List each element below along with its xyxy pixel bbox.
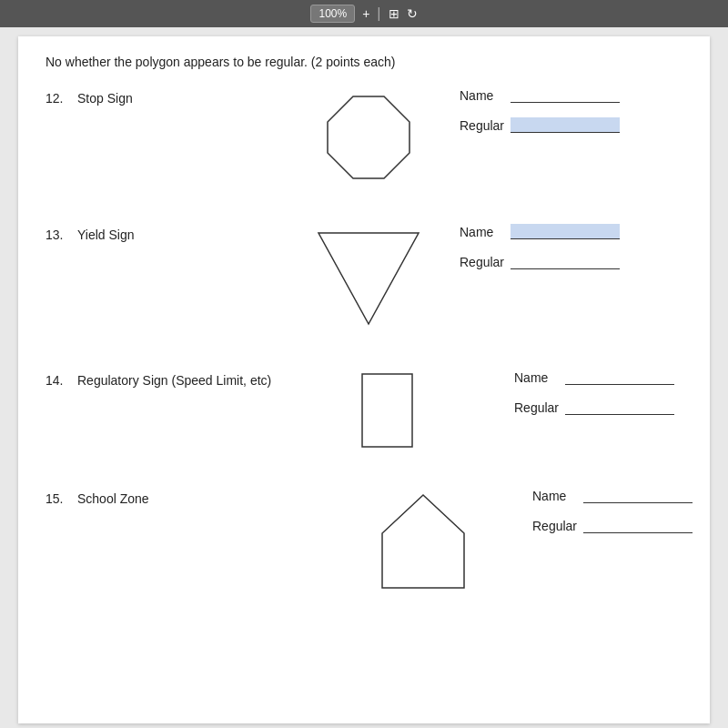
problem-15-number: 15. (46, 488, 77, 506)
svg-marker-0 (328, 96, 410, 178)
top-bar: 100% + | ⊞ ↻ (0, 0, 728, 27)
problem-12-name-label: Name (460, 88, 505, 103)
problem-12-answers: Name Regular (441, 87, 620, 133)
problem-14-label: Regulatory Sign (Speed Limit, etc) (77, 369, 296, 388)
problem-13-regular-label: Regular (460, 255, 505, 269)
problem-15: 15. School Zone Name Regular (46, 488, 682, 597)
screen-icon: ⊞ (389, 6, 399, 21)
problem-14-number: 14. (46, 369, 77, 388)
problem-13-shape (296, 224, 441, 333)
problem-15-name-input[interactable] (583, 488, 693, 503)
problem-12-regular-row: Regular (460, 117, 620, 133)
problem-15-name-label: Name (532, 489, 578, 503)
problem-12-name-input[interactable] (511, 87, 620, 103)
problem-12-label: Stop Sign (77, 87, 296, 106)
problem-13-label: Yield Sign (77, 224, 296, 242)
problem-13-answers: Name Regular (441, 224, 620, 269)
plus-icon: + (362, 6, 369, 21)
problem-13-number: 13. (46, 224, 77, 242)
problem-14-name-label: Name (514, 370, 560, 385)
problem-15-regular-row: Regular (532, 518, 693, 533)
problem-12: 12. Stop Sign Name Regular (46, 87, 682, 187)
problem-14-regular-row: Regular (514, 399, 674, 415)
problem-13-regular-row: Regular (460, 254, 620, 269)
problem-13-regular-input[interactable] (511, 254, 620, 269)
problem-14: 14. Regulatory Sign (Speed Limit, etc) N… (46, 369, 682, 451)
problem-15-answers: Name Regular (496, 488, 693, 533)
instructions-text: No whether the polygon appears to be reg… (46, 55, 682, 69)
problem-12-regular-label: Regular (460, 118, 505, 133)
svg-marker-3 (382, 495, 464, 588)
problem-12-regular-input[interactable] (511, 117, 620, 133)
problem-12-number: 12. (46, 87, 77, 106)
problem-13-name-row: Name (460, 224, 620, 239)
divider: | (377, 5, 380, 22)
svg-rect-2 (362, 374, 412, 447)
problem-14-shape (314, 369, 460, 451)
problem-13-name-input[interactable] (511, 224, 620, 239)
problem-14-regular-input[interactable] (565, 399, 674, 415)
problem-12-name-row: Name (460, 87, 620, 103)
worksheet: No whether the polygon appears to be reg… (18, 36, 710, 723)
problem-13-name-label: Name (460, 225, 505, 239)
problem-14-regular-label: Regular (514, 400, 560, 415)
problem-15-shape (350, 488, 496, 597)
zoom-button[interactable]: 100% (310, 5, 355, 23)
problem-15-regular-input[interactable] (583, 518, 693, 533)
problem-15-label: School Zone (77, 488, 296, 506)
problem-15-regular-label: Regular (532, 519, 578, 533)
problem-14-name-row: Name (514, 369, 674, 385)
problem-14-answers: Name Regular (460, 369, 674, 415)
svg-marker-1 (318, 233, 419, 324)
refresh-icon: ↻ (407, 6, 418, 21)
problem-12-shape (296, 87, 441, 187)
problem-15-name-row: Name (532, 488, 693, 503)
problem-14-name-input[interactable] (565, 369, 674, 385)
problem-13: 13. Yield Sign Name Regular (46, 224, 682, 333)
